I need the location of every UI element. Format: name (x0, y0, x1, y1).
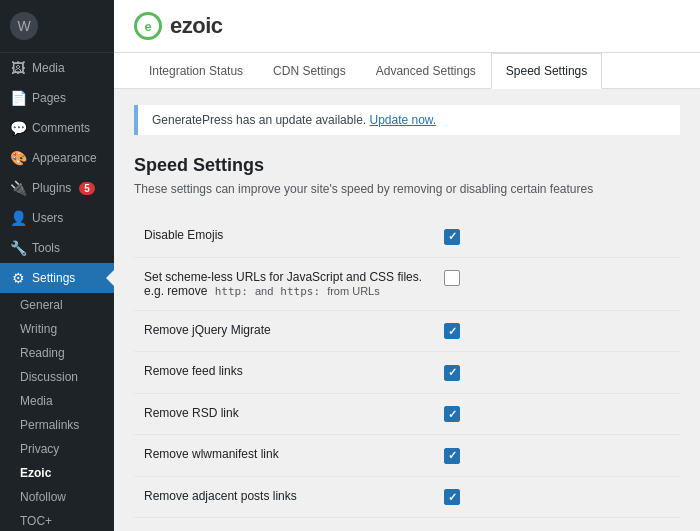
setting-label: Remove RSD link (134, 393, 434, 435)
sidebar-item-appearance[interactable]: 🎨 Appearance (0, 143, 114, 173)
sidebar-item-users[interactable]: 👤 Users (0, 203, 114, 233)
appearance-icon: 🎨 (10, 150, 26, 166)
checkbox-feed-links[interactable] (444, 365, 460, 381)
checkbox-jquery-migrate[interactable] (444, 323, 460, 339)
sub-item-permalinks[interactable]: Permalinks (0, 413, 114, 437)
sidebar-item-label: Pages (32, 91, 66, 105)
setting-desc: http: and https: from URLs (211, 285, 380, 297)
pages-icon: 📄 (10, 90, 26, 106)
code-http: http: (211, 284, 252, 299)
sidebar-item-label: Plugins (32, 181, 71, 195)
plugins-badge: 5 (79, 182, 95, 195)
sidebar-item-label: Media (32, 61, 65, 75)
tab-speed[interactable]: Speed Settings (491, 53, 602, 89)
tools-icon: 🔧 (10, 240, 26, 256)
checkbox-disable-emojis[interactable] (444, 229, 460, 245)
tab-cdn[interactable]: CDN Settings (258, 53, 361, 89)
sidebar-item-label: Tools (32, 241, 60, 255)
sidebar-item-comments[interactable]: 💬 Comments (0, 113, 114, 143)
setting-label: Set scheme-less URLs for JavaScript and … (134, 257, 434, 310)
sidebar-item-label: Appearance (32, 151, 97, 165)
ezoic-logo-circle: e (134, 12, 162, 40)
plugins-icon: 🔌 (10, 180, 26, 196)
sidebar-item-pages[interactable]: 📄 Pages (0, 83, 114, 113)
sidebar-item-settings[interactable]: ⚙ Settings (0, 263, 114, 293)
sidebar: W 🖼 Media 📄 Pages 💬 Comments 🎨 Appearanc… (0, 0, 114, 531)
setting-label: Remove adjacent posts links (134, 476, 434, 518)
sidebar-item-label: Comments (32, 121, 90, 135)
sub-item-nofollow[interactable]: Nofollow (0, 485, 114, 509)
setting-label: Disable Emojis (134, 216, 434, 257)
tab-integration[interactable]: Integration Status (134, 53, 258, 89)
checkbox-adjacent-posts[interactable] (444, 489, 460, 505)
ezoic-logo: e ezoic (134, 12, 223, 40)
setting-label: Remove wlwmanifest link (134, 435, 434, 477)
users-icon: 👤 (10, 210, 26, 226)
sub-item-discussion[interactable]: Discussion (0, 365, 114, 389)
table-row: Remove wlwmanifest link (134, 435, 680, 477)
setting-label: Remove feed links (134, 352, 434, 394)
sub-item-privacy[interactable]: Privacy (0, 437, 114, 461)
table-row: Remove RSD link (134, 393, 680, 435)
table-row: Remove jQuery Migrate (134, 310, 680, 352)
setting-control (434, 216, 680, 257)
settings-table: Disable Emojis Set scheme-less URLs for … (134, 216, 680, 518)
sub-item-reading[interactable]: Reading (0, 341, 114, 365)
checkbox-wlwmanifest[interactable] (444, 448, 460, 464)
content-area: Speed Settings These settings can improv… (114, 145, 700, 531)
page-title: Speed Settings (134, 155, 680, 176)
settings-icon: ⚙ (10, 270, 26, 286)
sidebar-item-plugins[interactable]: 🔌 Plugins 5 (0, 173, 114, 203)
tabs-bar: Integration Status CDN Settings Advanced… (114, 53, 700, 89)
checkbox-scheme-less[interactable] (444, 270, 460, 286)
sidebar-item-tools[interactable]: 🔧 Tools (0, 233, 114, 263)
setting-control (434, 310, 680, 352)
code-https: https: (276, 284, 324, 299)
main-content: e ezoic Integration Status CDN Settings … (114, 0, 700, 531)
sidebar-item-label: Settings (32, 271, 75, 285)
checkbox-rsd-link[interactable] (444, 406, 460, 422)
setting-control (434, 435, 680, 477)
setting-control (434, 393, 680, 435)
table-row: Disable Emojis (134, 216, 680, 257)
tab-advanced[interactable]: Advanced Settings (361, 53, 491, 89)
comments-icon: 💬 (10, 120, 26, 136)
sidebar-item-label: Users (32, 211, 63, 225)
notice-link[interactable]: Update now. (369, 113, 436, 127)
setting-control (434, 257, 680, 310)
sidebar-item-media[interactable]: 🖼 Media (0, 53, 114, 83)
setting-label: Remove jQuery Migrate (134, 310, 434, 352)
page-subtitle: These settings can improve your site's s… (134, 182, 680, 196)
sub-item-general[interactable]: General (0, 293, 114, 317)
ezoic-brand-name: ezoic (170, 13, 223, 39)
notice-bar: GeneratePress has an update available. U… (134, 105, 680, 135)
wp-icon: W (10, 12, 38, 40)
ezoic-header: e ezoic (114, 0, 700, 53)
sidebar-logo: W (0, 0, 114, 53)
sidebar-arrow (106, 270, 114, 286)
setting-control (434, 352, 680, 394)
sub-item-writing[interactable]: Writing (0, 317, 114, 341)
table-row: Remove feed links (134, 352, 680, 394)
table-row: Set scheme-less URLs for JavaScript and … (134, 257, 680, 310)
sub-item-media[interactable]: Media (0, 389, 114, 413)
table-row: Remove adjacent posts links (134, 476, 680, 518)
setting-control (434, 476, 680, 518)
sub-item-ezoic[interactable]: Ezoic (0, 461, 114, 485)
media-icon: 🖼 (10, 60, 26, 76)
sub-item-toc[interactable]: TOC+ (0, 509, 114, 531)
